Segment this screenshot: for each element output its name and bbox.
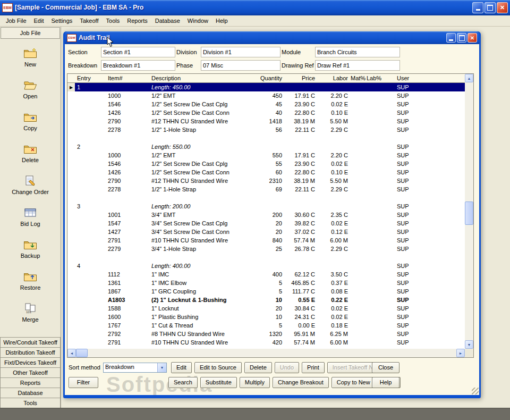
table-row[interactable]: 13611" IMC Elbow5465.85 C0.37 ESUP	[67, 279, 465, 287]
sidebar-tab-database[interactable]: Database	[0, 388, 61, 398]
table-row[interactable]: 15461/2" Set Screw Die Cast Cplg4523.90 …	[67, 100, 465, 108]
cell-item: 1427	[106, 229, 148, 235]
sidebar-item-delete[interactable]: Delete	[0, 142, 61, 174]
close-button[interactable]: Close	[372, 362, 400, 373]
table-row[interactable]: 15461/2" Set Screw Die Cast Cplg5523.90 …	[67, 159, 465, 168]
scroll-right-icon[interactable]: ►	[456, 349, 465, 357]
table-group-row[interactable]: 4Length: 400.00SUP	[67, 262, 465, 270]
edit-to-source-button[interactable]: Edit to Source	[194, 362, 242, 373]
sidebar-tab-reports[interactable]: Reports	[0, 377, 61, 388]
filter-button[interactable]: Filter	[69, 377, 98, 388]
table-row[interactable]: 14261/2" Set Screw Die Cast Conn4022.80 …	[67, 108, 465, 117]
main-titlebar[interactable]: EBM [Sample - Commercial Job] - EBM SA -…	[0, 0, 510, 15]
table-row[interactable]: 22781/2" 1-Hole Strap5622.11 C2.29 CSUP	[67, 125, 465, 134]
horizontal-scrollbar[interactable]: ◄ ►	[67, 349, 465, 357]
table-row[interactable]: 10013/4" EMT20030.60 C2.35 CSUP	[67, 211, 465, 219]
sidebar-tab-other-takeoff[interactable]: Other Takeoff	[0, 367, 61, 378]
resize-grip[interactable]	[472, 388, 479, 394]
table-row[interactable]: 10001/2" EMT45017.91 C2.20 CSUP	[67, 91, 465, 100]
sidebar-item-bid-log[interactable]: Bid Log	[0, 206, 61, 238]
menu-database[interactable]: Database	[151, 16, 184, 25]
cell-labor: 2.29 C	[318, 127, 351, 133]
sidebar-tab-tools[interactable]: Tools	[0, 398, 61, 408]
table-row[interactable]: 2791#10 THHN CU Stranded Wire84057.74 M6…	[67, 236, 465, 245]
search-button[interactable]: Search	[168, 377, 198, 388]
edit-button[interactable]: Edit	[171, 362, 192, 373]
table-row[interactable]: 11121" IMC40062.12 C3.50 CSUP	[67, 270, 465, 279]
maximize-icon[interactable]	[457, 33, 466, 43]
cell-price: 57.74 M	[285, 339, 318, 346]
module-field[interactable]: Branch Circuits	[315, 47, 400, 57]
sidebar-tab-fixt-devices-takeoff[interactable]: Fixt/Devices Takeoff	[0, 357, 61, 368]
vertical-scroll-thumb[interactable]	[465, 201, 473, 225]
table-row[interactable]: 18671" GRC Coupling5111.77 C0.08 ESUP	[67, 287, 465, 296]
help-button[interactable]: Help	[372, 377, 400, 388]
division-field[interactable]: Division #1	[201, 47, 280, 57]
table-row[interactable]: 14261/2" Set Screw Die Cast Conn6022.80 …	[67, 168, 465, 177]
section-field[interactable]: Section #1	[101, 47, 175, 57]
substitute-button[interactable]: Substitute	[200, 377, 237, 388]
horizontal-scroll-thumb[interactable]	[76, 349, 88, 357]
table-group-row[interactable]: 3Length: 200.00SUP	[67, 202, 465, 211]
sidebar-item-copy[interactable]: Copy	[0, 111, 61, 142]
sidebar-item-backup[interactable]: Backup	[0, 238, 61, 270]
table-row[interactable]: 2792#8 THHN CU Stranded Wire132095.91 M6…	[67, 330, 465, 338]
drawing-ref-field[interactable]: Draw Ref #1	[315, 60, 400, 71]
maximize-icon[interactable]	[484, 2, 496, 13]
table-row[interactable]: 22793/4" 1-Hole Strap2526.78 C2.29 CSUP	[67, 245, 465, 253]
sidebar-item-restore[interactable]: Restore	[0, 270, 61, 302]
row-gutter	[67, 270, 75, 279]
menu-settings[interactable]: Settings	[48, 16, 76, 25]
cell-user: SUP	[384, 305, 465, 312]
sort-method-dropdown[interactable]: Breakdown ▼	[103, 363, 167, 373]
table-row[interactable]: 2791#10 THHN CU Stranded Wire42057.74 M6…	[67, 338, 465, 347]
table-row[interactable]: 22781/2" 1-Hole Strap6922.11 C2.29 CSUP	[67, 185, 465, 194]
sidebar-tab-distribution-takeoff[interactable]: Distribution Takeoff	[0, 347, 61, 358]
dropdown-arrow-icon[interactable]: ▼	[157, 363, 166, 372]
minimize-icon[interactable]	[472, 2, 483, 13]
sidebar-item-change-order[interactable]: Change Order	[0, 174, 61, 206]
table-row[interactable]: 2790#12 THHN CU Stranded Wire231038.19 M…	[67, 177, 465, 185]
sidebar-item-open[interactable]: Open	[0, 79, 61, 111]
menu-window[interactable]: Window	[184, 16, 212, 25]
sidebar-item-new[interactable]: New	[0, 47, 61, 79]
menu-help[interactable]: Help	[212, 16, 232, 25]
scroll-left-icon[interactable]: ◄	[67, 349, 76, 357]
table-row[interactable]: 14273/4" Set Screw Die Cast Conn2037.02 …	[67, 228, 465, 236]
table-row[interactable]: 10001/2" EMT55017.91 C2.20 CSUP	[67, 151, 465, 159]
phase-field[interactable]: 07 Misc	[201, 60, 280, 71]
vertical-scrollbar[interactable]: ▲ ▼	[465, 74, 473, 349]
print-button[interactable]: Print	[302, 362, 325, 373]
minimize-icon[interactable]	[446, 33, 456, 43]
sidebar-tabs: Wire/Conduit TakeoffDistribution Takeoff…	[0, 338, 61, 408]
table-row[interactable]: 15473/4" Set Screw Die Cast Cplg2039.82 …	[67, 219, 465, 228]
menu-edit[interactable]: Edit	[30, 16, 48, 25]
table-row[interactable]: 17671" Cut & Thread50.00 E0.18 ESUP	[67, 321, 465, 330]
sidebar-header-job-file[interactable]: Job File	[1, 27, 60, 39]
table-row[interactable]: 2790#12 THHN CU Stranded Wire141838.19 M…	[67, 117, 465, 125]
cell-item: 2278	[106, 186, 148, 192]
change-breakout-button[interactable]: Change Breakout	[273, 377, 329, 388]
delete-button[interactable]: Delete	[244, 362, 272, 373]
audit-titlebar[interactable]: EBM Audit Trail ✕	[65, 31, 479, 44]
table-row[interactable]: 15881" Locknut2030.84 C0.02 ESUP	[67, 304, 465, 313]
close-icon[interactable]: ✕	[468, 33, 477, 43]
menu-reports[interactable]: Reports	[123, 16, 151, 25]
scroll-down-icon[interactable]: ▼	[465, 340, 473, 349]
table-row[interactable]: A1803(2) 1" Locknut & 1-Bushing100.55 E0…	[67, 296, 465, 304]
breakdown-field[interactable]: Breakdown #1	[101, 60, 175, 71]
close-icon[interactable]: ✕	[497, 2, 508, 13]
undo-button[interactable]: Undo	[275, 362, 299, 373]
table-row[interactable]: 16001" Plastic Bushing1024.31 C0.02 ESUP	[67, 313, 465, 321]
menu-takeoff[interactable]: Takeoff	[76, 16, 102, 25]
sidebar-item-label: Backup	[21, 253, 40, 259]
sidebar-tab-wire-conduit-takeoff[interactable]: Wire/Conduit Takeoff	[0, 337, 61, 348]
multiply-button[interactable]: Multiply	[240, 377, 270, 388]
scroll-up-icon[interactable]: ▲	[465, 74, 473, 82]
menu-tools[interactable]: Tools	[103, 16, 124, 25]
table-group-row[interactable]: ▶1Length: 450.00SUP	[67, 83, 465, 91]
menu-job-file[interactable]: Job File	[2, 16, 30, 25]
table-group-row[interactable]: 2Length: 550.00SUP	[67, 142, 465, 151]
cell-qty: 5	[252, 280, 285, 286]
sidebar-item-merge[interactable]: 101Merge	[0, 302, 61, 334]
